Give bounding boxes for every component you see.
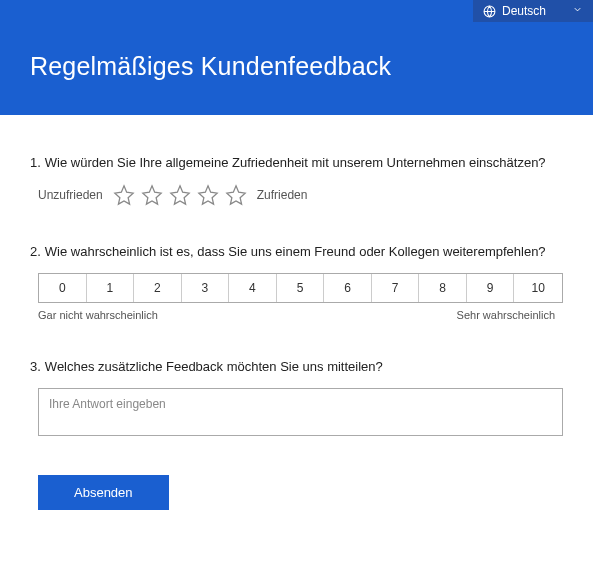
nps-option[interactable]: 10 xyxy=(514,274,562,302)
nps-option[interactable]: 1 xyxy=(87,274,135,302)
language-selector[interactable]: Deutsch xyxy=(473,0,593,22)
star-icon[interactable] xyxy=(169,184,191,206)
nps-option[interactable]: 7 xyxy=(372,274,420,302)
rating-high-label: Zufrieden xyxy=(257,188,308,202)
star-icon[interactable] xyxy=(225,184,247,206)
survey-header: Deutsch Regelmäßiges Kundenfeedback xyxy=(0,0,593,115)
nps-low-label: Gar nicht wahrscheinlich xyxy=(38,309,158,321)
nps-option[interactable]: 4 xyxy=(229,274,277,302)
nps-option[interactable]: 5 xyxy=(277,274,325,302)
star-icon[interactable] xyxy=(113,184,135,206)
question-text: Wie würden Sie Ihre allgemeine Zufrieden… xyxy=(45,155,563,170)
nps-option[interactable]: 6 xyxy=(324,274,372,302)
question-number: 3. xyxy=(30,359,41,374)
chevron-down-icon xyxy=(572,4,583,18)
nps-option[interactable]: 0 xyxy=(39,274,87,302)
nps-option[interactable]: 8 xyxy=(419,274,467,302)
question-text: Welches zusätzliche Feedback möchten Sie… xyxy=(45,359,563,374)
star-icon[interactable] xyxy=(197,184,219,206)
question-2: 2. Wie wahrscheinlich ist es, dass Sie u… xyxy=(30,244,563,321)
globe-icon xyxy=(483,5,496,18)
rating-low-label: Unzufrieden xyxy=(38,188,103,202)
question-text: Wie wahrscheinlich ist es, dass Sie uns … xyxy=(45,244,563,259)
language-label: Deutsch xyxy=(502,4,546,18)
survey-body: 1. Wie würden Sie Ihre allgemeine Zufrie… xyxy=(0,115,593,530)
nps-scale: 0 1 2 3 4 5 6 7 8 9 10 xyxy=(38,273,563,303)
question-number: 2. xyxy=(30,244,41,259)
submit-button[interactable]: Absenden xyxy=(38,475,169,510)
question-1: 1. Wie würden Sie Ihre allgemeine Zufrie… xyxy=(30,155,563,206)
page-title: Regelmäßiges Kundenfeedback xyxy=(30,52,391,81)
feedback-textarea[interactable] xyxy=(38,388,563,436)
question-3: 3. Welches zusätzliche Feedback möchten … xyxy=(30,359,563,439)
nps-option[interactable]: 3 xyxy=(182,274,230,302)
nps-option[interactable]: 9 xyxy=(467,274,515,302)
nps-option[interactable]: 2 xyxy=(134,274,182,302)
star-icon[interactable] xyxy=(141,184,163,206)
star-rating xyxy=(113,184,247,206)
question-number: 1. xyxy=(30,155,41,170)
nps-high-label: Sehr wahrscheinlich xyxy=(457,309,555,321)
